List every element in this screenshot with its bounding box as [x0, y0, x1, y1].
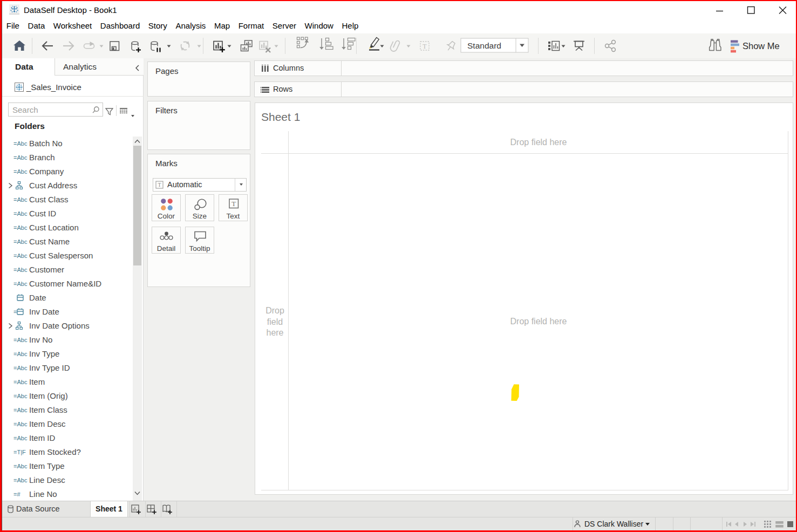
- svg-text:T: T: [423, 43, 427, 50]
- svg-text:Standard: Standard: [467, 41, 501, 50]
- svg-text:Show Me: Show Me: [742, 41, 780, 51]
- svg-text:T: T: [231, 200, 236, 208]
- svg-text:T: T: [158, 182, 161, 188]
